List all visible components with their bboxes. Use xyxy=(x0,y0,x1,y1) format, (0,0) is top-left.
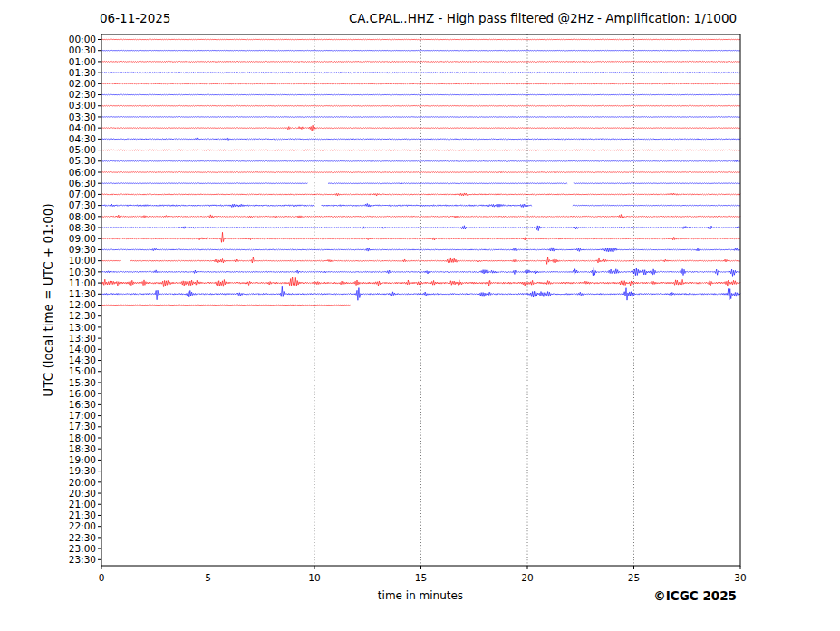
y-tick-label: 07:30 xyxy=(69,199,96,210)
y-tick-label: 03:30 xyxy=(69,112,96,122)
x-tick-label: 5 xyxy=(205,572,211,583)
y-tick-label: 16:00 xyxy=(69,388,96,399)
y-tick-label: 23:30 xyxy=(69,554,96,565)
y-tick-label: 18:30 xyxy=(69,443,96,454)
y-tick-label: 04:00 xyxy=(69,122,96,133)
trace-05:30 xyxy=(101,160,740,162)
trace-05:00 xyxy=(101,150,740,150)
y-tick-label: 21:30 xyxy=(69,510,96,520)
y-tick-label: 19:30 xyxy=(69,465,96,476)
y-tick-label: 06:30 xyxy=(69,178,96,189)
trace-06:00 xyxy=(101,171,740,173)
y-tick-label: 10:30 xyxy=(69,267,96,277)
helicorder-plot: 05101520253000:0000:3001:0001:3002:0002:… xyxy=(0,0,840,631)
x-tick-label: 0 xyxy=(99,572,105,583)
y-tick-label: 22:00 xyxy=(69,520,96,531)
y-tick-label: 19:00 xyxy=(69,454,96,465)
y-tick-label: 07:00 xyxy=(69,189,96,199)
y-tick-label: 08:00 xyxy=(69,211,96,222)
trace-07:00 xyxy=(101,193,740,196)
y-tick-label: 03:00 xyxy=(69,100,96,111)
trace-10:30 xyxy=(101,267,740,276)
y-tick-label: 12:30 xyxy=(69,310,96,321)
y-tick-label: 17:00 xyxy=(69,410,96,421)
y-tick-label: 21:00 xyxy=(69,499,96,510)
trace-02:00 xyxy=(101,83,740,84)
y-tick-label: 20:00 xyxy=(69,477,96,488)
y-tick-label: 15:30 xyxy=(69,377,96,388)
y-tick-label: 12:00 xyxy=(69,299,96,310)
y-tick-label: 11:30 xyxy=(69,288,96,299)
y-tick-label: 22:30 xyxy=(69,532,96,543)
y-tick-label: 20:30 xyxy=(69,488,96,499)
trace-09:30 xyxy=(101,248,740,252)
helicorder-figure: 06-11-2025 CA.CPAL..HHZ - High pass filt… xyxy=(0,0,840,631)
y-tick-label: 23:00 xyxy=(69,543,96,554)
plot-border xyxy=(101,34,740,566)
y-tick-label: 02:30 xyxy=(69,89,96,100)
traces xyxy=(101,39,740,306)
trace-12:00 xyxy=(101,305,351,306)
trace-04:00 xyxy=(101,125,740,131)
trace-03:30 xyxy=(101,117,740,118)
y-tick-label: 01:30 xyxy=(69,67,96,78)
y-tick-label: 02:00 xyxy=(69,78,96,89)
gridlines xyxy=(208,34,634,566)
trace-02:30 xyxy=(101,94,740,95)
y-tick-label: 09:30 xyxy=(69,244,96,255)
y-tick-label: 00:00 xyxy=(69,34,96,44)
x-tick-label: 20 xyxy=(521,572,533,583)
y-tick-label: 17:30 xyxy=(69,421,96,432)
trace-03:00 xyxy=(101,105,740,106)
x-tick-label: 30 xyxy=(734,572,746,583)
y-tick-label: 14:30 xyxy=(69,354,96,365)
y-tick-label: 05:30 xyxy=(69,155,96,166)
trace-07:30 xyxy=(101,203,740,207)
x-tick-label: 10 xyxy=(308,572,320,583)
trace-00:00 xyxy=(101,39,740,40)
trace-00:30 xyxy=(101,50,740,51)
y-tick-label: 10:00 xyxy=(69,255,96,266)
y-tick-label: 16:30 xyxy=(69,399,96,410)
y-tick-label: 04:30 xyxy=(69,133,96,144)
y-tick-label: 05:00 xyxy=(69,144,96,155)
axes: 05101520253000:0000:3001:0001:3002:0002:… xyxy=(69,34,747,583)
x-tick-label: 15 xyxy=(415,572,427,583)
y-tick-label: 08:30 xyxy=(69,222,96,233)
y-tick-label: 14:00 xyxy=(69,344,96,354)
y-tick-label: 13:00 xyxy=(69,322,96,333)
y-tick-label: 06:00 xyxy=(69,167,96,178)
y-tick-label: 13:30 xyxy=(69,333,96,344)
y-tick-label: 01:00 xyxy=(69,56,96,67)
y-tick-label: 00:30 xyxy=(69,44,96,55)
y-tick-label: 18:00 xyxy=(69,432,96,443)
y-tick-label: 09:00 xyxy=(69,233,96,244)
y-tick-label: 11:00 xyxy=(69,277,96,288)
x-tick-label: 25 xyxy=(628,572,640,583)
y-tick-label: 15:00 xyxy=(69,365,96,376)
